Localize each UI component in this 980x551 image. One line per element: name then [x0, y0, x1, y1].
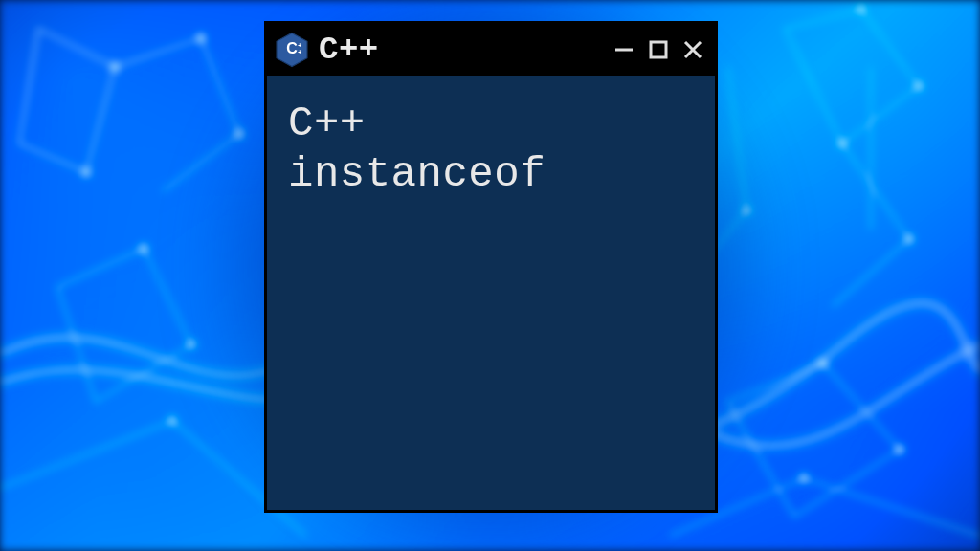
svg-point-5: [187, 340, 196, 349]
window-controls: [612, 37, 705, 62]
titlebar[interactable]: C + + C++: [267, 24, 715, 76]
svg-text:+: +: [298, 49, 301, 55]
code-line-2: instanceof: [288, 149, 694, 200]
svg-point-7: [914, 81, 924, 91]
window-title: C++: [319, 32, 604, 68]
app-window: C + + C++: [264, 21, 718, 513]
cpp-hex-icon: C + +: [273, 31, 311, 69]
svg-point-9: [904, 234, 914, 244]
close-button[interactable]: [680, 37, 705, 62]
svg-point-13: [799, 474, 809, 483]
window-body: C++ instanceof: [267, 76, 715, 510]
svg-point-1: [81, 167, 91, 177]
code-line-1: C++: [288, 99, 694, 149]
svg-point-8: [837, 139, 847, 148]
svg-text:+: +: [298, 42, 301, 49]
maximize-button[interactable]: [646, 37, 671, 62]
svg-point-12: [167, 416, 177, 426]
minimize-button[interactable]: [612, 37, 636, 62]
svg-point-6: [857, 5, 866, 14]
svg-rect-20: [651, 42, 666, 57]
svg-point-4: [139, 244, 148, 253]
svg-text:C: C: [286, 40, 298, 56]
svg-point-11: [895, 445, 904, 454]
svg-point-0: [110, 62, 120, 72]
